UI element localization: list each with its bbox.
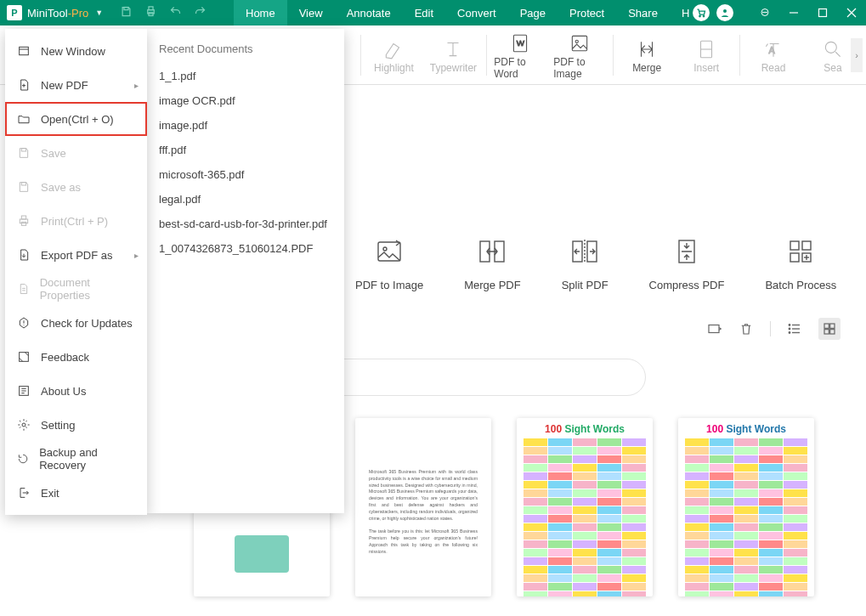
svg-rect-50 — [790, 253, 799, 262]
search-icon — [822, 37, 844, 62]
menu-setting[interactable]: Setting — [5, 408, 147, 442]
merge-icon — [636, 37, 658, 62]
tab-view[interactable]: View — [287, 0, 335, 25]
svg-line-25 — [835, 52, 840, 56]
recent-item[interactable]: image OCR.pdf — [147, 88, 344, 113]
tab-convert[interactable]: Convert — [445, 0, 508, 25]
pdf-to-word-icon: W — [509, 31, 531, 56]
menu-save: Save — [5, 136, 147, 170]
redo-quick-icon[interactable] — [194, 5, 207, 20]
tab-page[interactable]: Page — [508, 0, 558, 25]
svg-point-20 — [575, 40, 578, 42]
view-toolbar — [705, 318, 841, 340]
merge-pdf-icon — [477, 236, 507, 267]
save-quick-icon[interactable] — [120, 5, 133, 20]
delete-icon[interactable] — [738, 320, 755, 337]
tool-merge-pdf[interactable]: Merge PDF — [464, 236, 520, 291]
thumbnail-item[interactable]: 100 Sight Words — [678, 418, 814, 596]
svg-rect-12 — [819, 9, 827, 17]
recent-item[interactable]: 1_0074326873_51060124.PDF — [147, 236, 344, 261]
tool-batch-process[interactable]: Batch Process — [765, 236, 836, 291]
tab-annotate[interactable]: Annotate — [335, 0, 403, 25]
menu-new-window[interactable]: New Window — [5, 34, 147, 68]
scan-icon[interactable] — [705, 320, 722, 337]
svg-rect-31 — [21, 183, 25, 185]
svg-point-41 — [383, 247, 387, 251]
ribbon-highlight[interactable]: Highlight — [367, 26, 420, 84]
thumbnail-item[interactable]: 100 Sight Words — [517, 418, 653, 596]
batch-process-icon — [785, 236, 816, 267]
recent-item[interactable]: image.pdf — [147, 113, 344, 138]
recent-item[interactable]: fff.pdf — [147, 138, 344, 162]
svg-rect-19 — [573, 36, 587, 50]
list-view-icon[interactable] — [786, 320, 803, 337]
recent-item[interactable]: best-sd-card-usb-for-3d-printer.pdf — [147, 212, 344, 236]
ribbon-typewriter[interactable]: Typewriter — [427, 26, 479, 84]
svg-rect-33 — [21, 216, 25, 219]
typewriter-icon — [442, 37, 464, 62]
tool-pdf-to-image[interactable]: PDF to Image — [355, 236, 423, 291]
thumbnail-item[interactable]: Microsoft 365 Business Premium with its … — [355, 418, 491, 596]
chevron-right-icon: ▸ — [134, 251, 139, 260]
svg-rect-63 — [824, 330, 829, 334]
recent-documents-header: Recent Documents — [147, 37, 344, 64]
svg-point-60 — [789, 332, 790, 334]
svg-rect-0 — [124, 8, 128, 10]
tab-protect[interactable]: Protect — [558, 0, 616, 25]
minimize-button[interactable] — [779, 0, 808, 25]
tool-compress-pdf[interactable]: Compress PDF — [649, 236, 725, 291]
svg-text:W: W — [517, 38, 525, 48]
recent-item[interactable]: 1_1.pdf — [147, 64, 344, 88]
quick-access-toolbar — [120, 5, 207, 20]
app-menu-dropdown-icon[interactable]: ▼ — [95, 8, 103, 17]
ribbon-read[interactable]: A Read — [747, 26, 800, 84]
svg-point-5 — [703, 15, 705, 17]
feedback-bubble-icon[interactable] — [750, 0, 779, 25]
menu-export-pdf[interactable]: Export PDF as▸ — [5, 238, 147, 272]
tab-share[interactable]: Share — [616, 0, 670, 25]
menu-exit[interactable]: Exit — [5, 476, 147, 510]
pdf-to-image-icon — [374, 236, 405, 267]
tab-home[interactable]: Home — [234, 0, 287, 25]
svg-rect-30 — [21, 149, 25, 151]
svg-point-10 — [767, 12, 767, 13]
app-title: MiniTool-Pro — [27, 7, 88, 20]
menu-feedback[interactable]: Feedback — [5, 340, 147, 374]
app-logo-icon: P — [7, 5, 22, 20]
svg-point-8 — [763, 12, 764, 13]
account-icon[interactable] — [716, 4, 733, 21]
ribbon-pdf-to-image[interactable]: PDF to Image — [553, 26, 606, 84]
svg-rect-61 — [824, 324, 829, 328]
svg-rect-37 — [20, 353, 29, 362]
maximize-button[interactable] — [808, 0, 837, 25]
recent-item[interactable]: microsoft-365.pdf — [147, 162, 344, 187]
ribbon-scroll-right-icon[interactable]: › — [851, 38, 863, 72]
close-button[interactable] — [837, 0, 866, 25]
svg-point-59 — [789, 328, 790, 330]
file-menu: New Window New PDF▸ Open(Ctrl + O) Save … — [5, 29, 147, 515]
menu-open[interactable]: Open(Ctrl + O) — [5, 102, 147, 136]
svg-rect-34 — [21, 222, 25, 225]
svg-point-4 — [699, 15, 701, 17]
title-bar: P MiniTool-Pro ▼ Home View Annotate Edit… — [0, 0, 866, 25]
print-quick-icon[interactable] — [144, 5, 157, 20]
svg-text:A: A — [769, 45, 776, 55]
svg-rect-2 — [149, 7, 153, 10]
menu-new-pdf[interactable]: New PDF▸ — [5, 68, 147, 102]
svg-rect-62 — [830, 324, 835, 328]
ribbon-insert[interactable]: Insert — [680, 26, 733, 84]
menu-about[interactable]: About Us — [5, 374, 147, 408]
grid-view-icon[interactable] — [818, 318, 841, 340]
ribbon-pdf-to-word[interactable]: W PDF to Word — [494, 26, 546, 84]
undo-quick-icon[interactable] — [169, 5, 182, 20]
store-icon[interactable] — [693, 4, 710, 21]
recent-item[interactable]: legal.pdf — [147, 187, 344, 212]
menu-check-updates[interactable]: Check for Updates — [5, 306, 147, 340]
tab-edit[interactable]: Edit — [403, 0, 445, 25]
tool-split-pdf[interactable]: Split PDF — [562, 236, 608, 291]
svg-rect-64 — [830, 330, 835, 334]
menu-print: Print(Ctrl + P) — [5, 204, 147, 238]
svg-point-9 — [765, 12, 766, 13]
ribbon-merge[interactable]: Merge — [620, 26, 673, 84]
menu-backup-recovery[interactable]: Backup and Recovery — [5, 442, 147, 476]
